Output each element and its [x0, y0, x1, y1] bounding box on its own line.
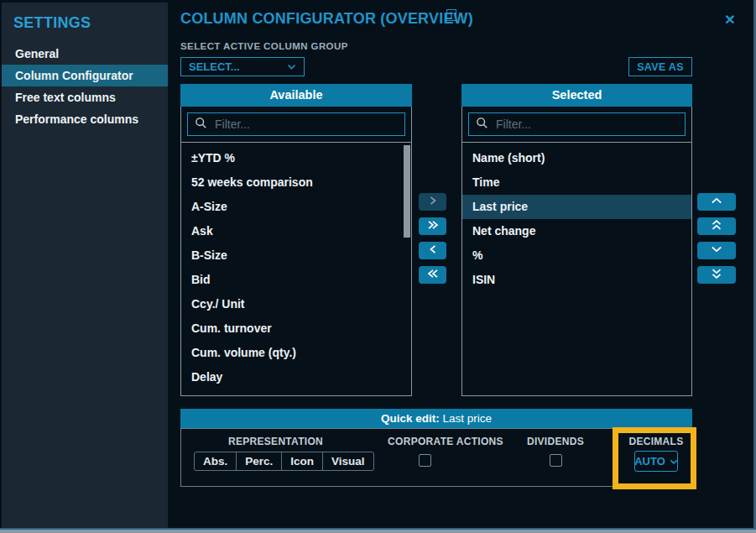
list-item-highlighted[interactable]: Last price: [462, 195, 691, 219]
available-panel: Available ±YTD % 52 weeks comparison A-S…: [180, 84, 412, 396]
decimals-dropdown[interactable]: AUTO: [634, 451, 678, 472]
list-item[interactable]: Cum. turnover: [181, 316, 411, 341]
selected-panel: Selected Name (short) Time Last price Ne…: [461, 84, 692, 396]
selected-filter-input[interactable]: [494, 117, 685, 132]
quick-edit-body: REPRESENTATION Abs. Perc. Icon Visual CO…: [180, 428, 692, 487]
selected-filter: [468, 112, 686, 136]
available-list: ±YTD % 52 weeks comparison A-Size Ask B-…: [181, 143, 411, 389]
sidebar-item-performance-columns[interactable]: Performance columns: [2, 108, 168, 130]
search-icon: [195, 117, 207, 133]
representation-label: REPRESENTATION: [194, 436, 357, 447]
sidebar-item-general[interactable]: General: [2, 43, 168, 65]
quick-edit-panel: Quick edit: Last price REPRESENTATION Ab…: [180, 409, 692, 487]
move-left-button[interactable]: [419, 242, 446, 259]
list-item[interactable]: ±YTD %: [181, 146, 411, 170]
list-item[interactable]: ISIN: [462, 268, 691, 292]
window-bottom-strip: [0, 530, 756, 533]
decimals-dropdown-value: AUTO: [634, 455, 665, 468]
available-panel-title: Available: [180, 84, 412, 107]
move-bottom-button[interactable]: [697, 266, 736, 284]
representation-icon-button[interactable]: Icon: [281, 452, 322, 470]
list-item[interactable]: 52 weeks comparison: [181, 170, 411, 195]
quick-edit-title: Quick edit: Last price: [180, 409, 692, 428]
active-column-group-label: SELECT ACTIVE COLUMN GROUP: [180, 41, 348, 51]
double-chevron-left-icon: [426, 269, 440, 281]
available-filter-zone: [181, 107, 411, 143]
double-chevron-up-icon: [710, 219, 723, 233]
search-icon: [476, 117, 488, 133]
list-item[interactable]: Cum. volume (qty.): [181, 341, 411, 365]
representation-perc-button[interactable]: Perc.: [236, 452, 281, 470]
list-item[interactable]: Bid: [181, 268, 411, 292]
chevron-up-icon: [710, 196, 723, 208]
chevron-down-icon: [287, 60, 296, 73]
close-icon[interactable]: ×: [720, 8, 740, 29]
list-item[interactable]: Name (short): [462, 146, 691, 170]
list-item[interactable]: Delay: [181, 365, 411, 389]
sidebar-item-column-configurator[interactable]: Column Configurator: [2, 65, 168, 86]
settings-window: SETTINGS General Column Configurator Fre…: [0, 0, 756, 533]
available-filter: [187, 112, 405, 136]
list-item[interactable]: B-Size: [181, 243, 411, 268]
list-item[interactable]: Time: [462, 170, 691, 195]
selected-panel-body: Name (short) Time Last price Net change …: [461, 107, 692, 396]
quick-edit-title-value: Last price: [442, 412, 492, 425]
sidebar: SETTINGS General Column Configurator Fre…: [2, 3, 168, 528]
list-item[interactable]: Ccy./ Unit: [181, 292, 411, 316]
chevron-down-icon: [710, 244, 723, 257]
list-item[interactable]: A-Size: [181, 195, 411, 219]
corporate-actions-checkbox[interactable]: [419, 454, 431, 467]
scrollbar-thumb[interactable]: [404, 145, 410, 238]
available-panel-body: ±YTD % 52 weeks comparison A-Size Ask B-…: [180, 107, 412, 396]
move-up-button[interactable]: [697, 193, 736, 211]
selected-panel-title: Selected: [461, 84, 692, 107]
sidebar-title: SETTINGS: [13, 14, 168, 32]
page-title: COLUMN CONFIGURATOR (OVERVIEW): [180, 10, 473, 28]
quick-edit-title-prefix: Quick edit:: [381, 412, 443, 425]
representation-abs-button[interactable]: Abs.: [195, 452, 236, 470]
sidebar-nav: General Column Configurator Free text co…: [2, 43, 168, 130]
sidebar-item-free-text-columns[interactable]: Free text columns: [2, 86, 168, 108]
representation-button-group: Abs. Perc. Icon Visual: [194, 452, 374, 471]
move-all-left-button[interactable]: [419, 266, 446, 284]
selected-list: Name (short) Time Last price Net change …: [462, 143, 691, 292]
dividends-checkbox[interactable]: [550, 454, 562, 467]
move-top-button[interactable]: [697, 217, 736, 235]
chevron-right-icon: [426, 196, 440, 208]
list-item[interactable]: %: [462, 243, 691, 268]
available-filter-input[interactable]: [213, 117, 404, 132]
double-chevron-down-icon: [710, 268, 723, 282]
column-group-select[interactable]: SELECT...: [180, 57, 305, 76]
selected-filter-zone: [462, 107, 691, 143]
chevron-down-icon: [670, 455, 678, 468]
list-item[interactable]: Ask: [181, 219, 411, 243]
move-down-button[interactable]: [697, 242, 736, 259]
move-right-button[interactable]: [419, 193, 446, 211]
chevron-left-icon: [426, 244, 440, 257]
save-as-button[interactable]: SAVE AS: [628, 57, 692, 76]
representation-visual-button[interactable]: Visual: [322, 452, 373, 470]
column-group-select-value: SELECT...: [189, 60, 240, 73]
move-all-right-button[interactable]: [419, 217, 446, 235]
info-icon[interactable]: i: [446, 9, 456, 21]
decimals-label: DECIMALS: [589, 436, 723, 447]
double-chevron-right-icon: [426, 220, 440, 233]
list-item[interactable]: Net change: [462, 219, 691, 243]
